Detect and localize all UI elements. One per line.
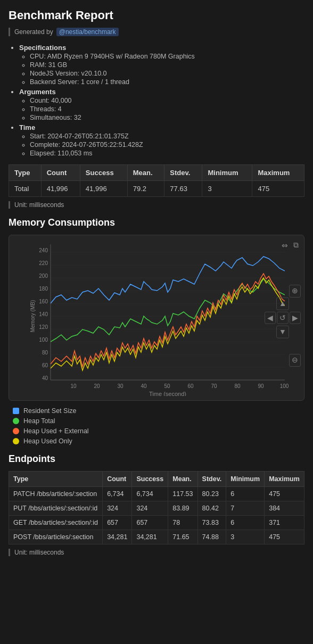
- ep-mean-2: 78: [168, 516, 197, 530]
- ep-min-0: 6: [226, 487, 265, 501]
- spec-backend: Backend Server: 1 core / 1 thread: [30, 78, 304, 86]
- svg-text:90: 90: [258, 383, 264, 389]
- ep-stdev-1: 80.42: [197, 501, 226, 516]
- time-item: Time Start: 2024-07-26T05:21:01.375Z Com…: [19, 123, 304, 157]
- ep-count-3: 34,281: [103, 530, 132, 544]
- chart-reset-btn[interactable]: ↺: [277, 311, 289, 324]
- endpoints-section-title: Endpoints: [9, 453, 304, 465]
- svg-text:100: 100: [280, 383, 289, 389]
- col-success: Success: [80, 165, 127, 181]
- ep-count-1: 324: [103, 501, 132, 516]
- svg-text:200: 200: [39, 273, 48, 279]
- chart-icons: ⇔ ⧉: [281, 240, 300, 251]
- svg-text:Memory (MB): Memory (MB): [30, 300, 36, 333]
- chart-pan-left-btn[interactable]: ◀: [265, 311, 276, 324]
- generated-by-link[interactable]: @nestia/benchmark: [56, 28, 119, 36]
- legend-dot-rss: [13, 408, 19, 414]
- specs-label: Specifications: [19, 44, 66, 52]
- ep-type-3: POST /bbs/articles/:section: [9, 530, 103, 544]
- ep-mean-3: 71.65: [168, 530, 197, 544]
- ep-mean-1: 83.89: [168, 501, 197, 516]
- svg-text:10: 10: [70, 383, 77, 389]
- table-row: PATCH /bbs/articles/:section 6,734 6,734…: [9, 487, 304, 501]
- ep-type-1: PUT /bbs/articles/:section/:id: [9, 501, 103, 516]
- legend-dot-heap-total: [13, 418, 19, 424]
- ep-success-1: 324: [132, 501, 168, 516]
- ep-min-3: 3: [226, 530, 265, 544]
- svg-text:30: 30: [117, 383, 123, 389]
- cell-count: 41,996: [41, 181, 80, 197]
- chart-zoom-up-btn[interactable]: ▲: [276, 298, 289, 310]
- chart-copy-icon[interactable]: ⧉: [292, 240, 300, 251]
- svg-text:70: 70: [211, 383, 217, 389]
- summary-table: Type Count Success Mean. Stdev. Minimum …: [9, 164, 304, 197]
- specs-item: Specifications CPU: AMD Ryzen 9 7940HS w…: [19, 44, 304, 86]
- unit-label: Unit: milliseconds: [9, 201, 304, 209]
- arguments-label: Arguments: [19, 88, 56, 96]
- legend-dot-heap-used-ext: [13, 428, 19, 434]
- legend-item-rss: Resident Set Size: [13, 407, 304, 415]
- legend-label-heap-used-ext: Heap Used + External: [23, 427, 89, 435]
- table-row: Total 41,996 41,996 79.2 77.63 3 475: [9, 181, 304, 197]
- spec-ram: RAM: 31 GB: [30, 61, 304, 69]
- memory-chart-container: ⇔ ⧉ 40 60 80 100 120 140 160 180 200 220…: [9, 235, 304, 401]
- ep-col-mean: Mean.: [168, 472, 197, 487]
- svg-text:40: 40: [42, 375, 48, 381]
- cell-type: Total: [9, 181, 42, 197]
- svg-text:160: 160: [39, 299, 48, 304]
- arg-count: Count: 40,000: [30, 97, 304, 104]
- svg-text:20: 20: [94, 383, 100, 389]
- legend-item-heap-used-ext: Heap Used + External: [13, 427, 304, 435]
- legend-label-heap-used-only: Heap Used Only: [23, 437, 72, 445]
- col-type: Type: [9, 165, 42, 181]
- cell-stdev: 77.63: [164, 181, 202, 197]
- cell-success: 41,996: [80, 181, 127, 197]
- endpoints-table: Type Count Success Mean. Stdev. Minimum …: [9, 471, 304, 544]
- svg-text:Time (second): Time (second): [149, 391, 186, 396]
- ep-max-3: 475: [265, 530, 304, 544]
- table-row: PUT /bbs/articles/:section/:id 324 324 8…: [9, 501, 304, 516]
- ep-col-success: Success: [132, 472, 168, 487]
- svg-text:50: 50: [164, 383, 170, 389]
- ep-min-2: 6: [226, 516, 265, 530]
- spec-cpu: CPU: AMD Ryzen 9 7940HS w/ Radeon 780M G…: [30, 53, 304, 60]
- ep-success-2: 657: [132, 516, 168, 530]
- svg-text:240: 240: [39, 247, 48, 253]
- ep-type-2: GET /bbs/articles/:section/:id: [9, 516, 103, 530]
- ep-success-3: 34,281: [132, 530, 168, 544]
- col-mean: Mean.: [127, 165, 164, 181]
- svg-text:80: 80: [42, 350, 48, 356]
- svg-text:220: 220: [39, 260, 48, 266]
- col-count: Count: [41, 165, 80, 181]
- ep-col-type: Type: [9, 472, 103, 487]
- time-complete: Complete: 2024-07-26T05:22:51.428Z: [30, 141, 304, 148]
- svg-text:60: 60: [187, 383, 194, 389]
- ep-mean-0: 117.53: [168, 487, 197, 501]
- ep-max-1: 384: [265, 501, 304, 516]
- arguments-item: Arguments Count: 40,000 Threads: 4 Simul…: [19, 88, 304, 121]
- ep-col-min: Minimum: [226, 472, 265, 487]
- ep-count-0: 6,734: [103, 487, 132, 501]
- table-row: GET /bbs/articles/:section/:id 657 657 7…: [9, 516, 304, 530]
- svg-text:80: 80: [234, 383, 241, 389]
- time-start: Start: 2024-07-26T05:21:01.375Z: [30, 133, 304, 140]
- spec-nodejs: NodeJS Version: v20.10.0: [30, 70, 304, 77]
- ep-max-2: 371: [265, 516, 304, 530]
- cell-mean: 79.2: [127, 181, 164, 197]
- chart-zoom-down-btn[interactable]: ▼: [276, 326, 289, 338]
- ep-col-max: Maximum: [265, 472, 304, 487]
- ep-stdev-3: 74.88: [197, 530, 226, 544]
- ep-stdev-0: 80.23: [197, 487, 226, 501]
- time-label: Time: [19, 123, 35, 131]
- generated-by-label: Generated by: [14, 28, 53, 36]
- specs-section: Specifications CPU: AMD Ryzen 9 7940HS w…: [9, 44, 304, 157]
- ep-success-0: 6,734: [132, 487, 168, 501]
- chart-expand-icon[interactable]: ⇔: [281, 240, 289, 251]
- svg-text:120: 120: [39, 324, 48, 330]
- legend-item-heap-used-only: Heap Used Only: [13, 437, 304, 445]
- chart-zoom-out-btn[interactable]: ⊖: [289, 354, 301, 367]
- chart-pan-right-btn[interactable]: ▶: [290, 311, 301, 324]
- ep-max-0: 475: [265, 487, 304, 501]
- chart-zoom-in-btn[interactable]: ⊕: [289, 285, 301, 298]
- memory-section-title: Memory Consumptions: [9, 217, 304, 228]
